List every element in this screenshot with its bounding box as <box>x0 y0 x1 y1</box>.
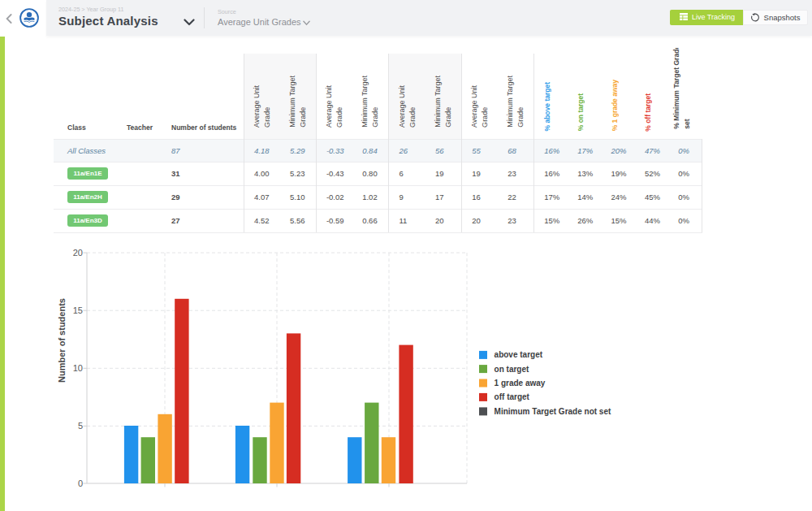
svg-text:off target: off target <box>495 392 530 401</box>
svg-text:0: 0 <box>78 479 83 488</box>
svg-text:Number of students: Number of students <box>57 298 67 383</box>
svg-text:15: 15 <box>73 305 83 315</box>
svg-text:20: 20 <box>73 248 83 258</box>
svg-text:1 grade away: 1 grade away <box>495 379 546 388</box>
svg-text:above target: above target <box>495 350 543 359</box>
svg-text:Minimum Target Grade not set: Minimum Target Grade not set <box>495 407 611 416</box>
svg-text:5: 5 <box>78 421 83 431</box>
svg-text:on target: on target <box>495 365 529 374</box>
svg-text:10: 10 <box>73 363 83 373</box>
